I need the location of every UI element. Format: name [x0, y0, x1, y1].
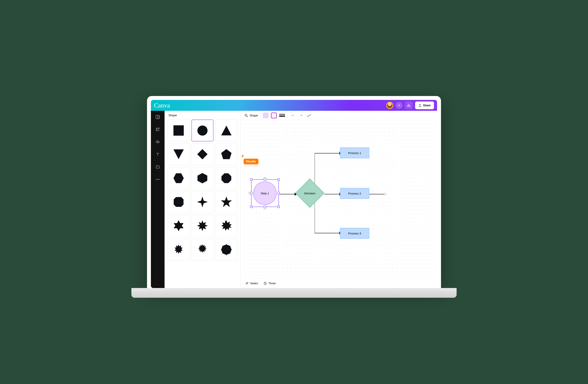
shape-panel: Shape [165, 111, 241, 288]
shape-octagon[interactable] [215, 167, 237, 189]
upload-icon [418, 104, 421, 107]
connection-point[interactable] [264, 177, 266, 179]
uploads-icon[interactable] [155, 140, 160, 144]
contextual-toolbar: Shape ← → [241, 111, 437, 120]
svg-marker-21 [197, 220, 208, 231]
line-end-button[interactable]: → [298, 113, 304, 118]
svg-point-27 [231, 249, 231, 250]
connector-p2-out[interactable] [369, 192, 385, 196]
node-step1[interactable]: Step 1 [252, 180, 278, 206]
svg-marker-20 [174, 220, 184, 231]
svg-marker-13 [221, 149, 231, 159]
stroke-color-swatch[interactable] [271, 113, 277, 118]
node-process-1[interactable]: Process 1 [340, 147, 369, 158]
app-topbar: Canva + Share [151, 100, 437, 111]
svg-point-7 [159, 179, 160, 180]
toolbar-divider [287, 113, 288, 118]
timer-button[interactable]: Timer [263, 282, 276, 285]
line-start-button[interactable]: ← [290, 113, 296, 118]
shape-circle[interactable] [191, 119, 213, 141]
shape-burst-12[interactable] [168, 239, 189, 261]
node-process-2[interactable]: Process 2 [340, 188, 369, 199]
shape-grid [165, 119, 240, 264]
projects-icon[interactable] [155, 165, 160, 169]
templates-icon[interactable] [155, 115, 160, 119]
connector-step-decision[interactable] [278, 192, 297, 196]
svg-marker-17 [174, 197, 184, 207]
connector-endpoint[interactable] [384, 193, 386, 195]
shape-square[interactable] [168, 119, 189, 141]
notes-icon [245, 282, 249, 285]
avatar[interactable] [386, 102, 393, 109]
elements-icon[interactable] [155, 127, 160, 132]
canvas-bottombar: Notes Timer [241, 278, 437, 288]
svg-point-5 [156, 179, 157, 180]
curve-icon [307, 114, 311, 117]
svg-marker-22 [221, 221, 231, 231]
svg-rect-4 [156, 130, 157, 131]
svg-point-31 [229, 252, 230, 253]
shape-diamond[interactable] [191, 143, 213, 165]
node-label: Process 3 [348, 232, 361, 235]
shape-starburst-10[interactable] [215, 215, 237, 237]
node-label: Process 2 [348, 192, 361, 195]
shape-burst-round[interactable] [215, 239, 237, 261]
shape-tool-button[interactable]: Shape [245, 114, 258, 117]
svg-point-33 [308, 116, 308, 117]
svg-marker-16 [221, 173, 231, 183]
more-icon[interactable] [155, 177, 160, 182]
svg-marker-11 [173, 149, 184, 159]
svg-marker-14 [173, 173, 184, 183]
shape-burst-16[interactable] [191, 239, 213, 261]
timer-icon [263, 282, 267, 285]
resize-handle[interactable] [250, 206, 252, 208]
selection-box [251, 179, 279, 207]
notes-button[interactable]: Notes [245, 282, 258, 285]
fill-color-swatch[interactable] [263, 113, 269, 118]
resize-handle[interactable] [250, 178, 252, 181]
shape-star-6[interactable] [168, 215, 189, 237]
shape-triangle[interactable] [215, 119, 237, 141]
resize-handle[interactable] [277, 178, 280, 181]
connection-point[interactable] [264, 207, 266, 209]
svg-point-28 [222, 246, 223, 247]
share-label: Share [423, 104, 431, 107]
shape-pentagon[interactable] [215, 143, 237, 165]
panel-title: Shape [165, 111, 240, 119]
shape-hexagon-flat[interactable] [191, 167, 213, 189]
whiteboard-canvas[interactable]: Phoebe [241, 120, 437, 278]
node-process-3[interactable]: Process 3 [340, 228, 369, 239]
line-path-button[interactable] [306, 113, 312, 118]
stroke-weight-button[interactable] [279, 113, 285, 118]
svg-marker-15 [197, 173, 207, 183]
share-button[interactable]: Share [415, 101, 434, 109]
shape-star-8[interactable] [191, 215, 213, 237]
shape-star-4[interactable] [191, 191, 213, 213]
connection-point[interactable] [249, 192, 251, 194]
resize-handle[interactable] [277, 206, 280, 208]
cursor-pointer-icon [242, 155, 245, 157]
canvas-area: Shape ← → Phoebe [241, 111, 437, 288]
svg-marker-12 [197, 149, 208, 159]
toolbar-divider [260, 113, 260, 118]
bar-chart-icon [407, 103, 411, 107]
icon-sidebar [151, 111, 165, 288]
svg-point-24 [226, 244, 227, 245]
add-button[interactable]: + [396, 102, 403, 109]
svg-marker-18 [197, 196, 208, 207]
resize-handle[interactable] [277, 192, 280, 195]
svg-point-30 [222, 252, 223, 253]
shape-hexagon[interactable] [168, 167, 189, 189]
collaborator-name: Phoebe [244, 159, 258, 164]
canva-logo[interactable]: Canva [154, 102, 170, 109]
shape-star-5[interactable] [215, 191, 237, 213]
node-label: Process 1 [348, 151, 361, 155]
shape-rounded-square[interactable] [168, 191, 189, 213]
node-decision[interactable]: Decision [295, 179, 324, 208]
svg-point-29 [229, 246, 230, 247]
analytics-button[interactable] [405, 101, 413, 109]
collaborator-cursor: Phoebe [242, 155, 258, 164]
shape-triangle-down[interactable] [168, 143, 189, 165]
svg-rect-8 [173, 125, 184, 136]
text-icon[interactable] [155, 152, 160, 157]
